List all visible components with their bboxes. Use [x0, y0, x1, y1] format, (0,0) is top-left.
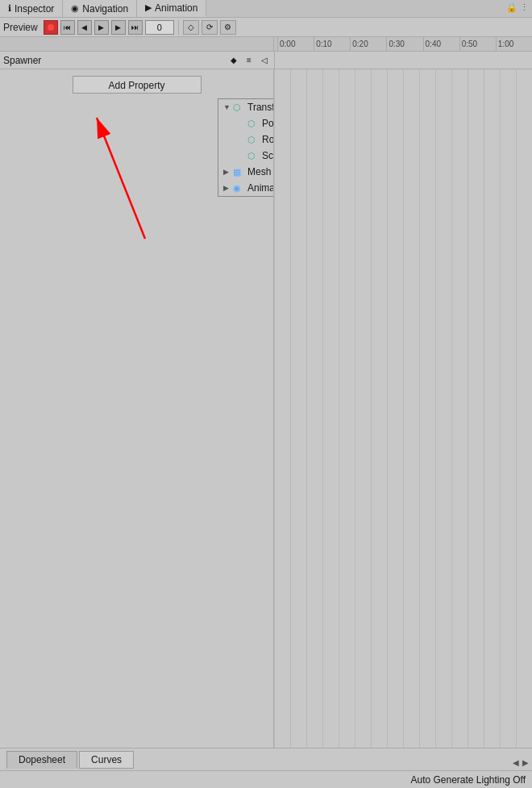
- play-button[interactable]: ▶: [94, 20, 109, 35]
- scroll-arrows[interactable]: ◀ ▶: [513, 758, 529, 767]
- ruler-tick-6: 1:00: [496, 37, 532, 51]
- spawner-icon-menu[interactable]: ≡: [243, 54, 256, 67]
- transform-arrow-icon: ▼: [223, 103, 233, 111]
- spawner-icon-diamond[interactable]: ◆: [227, 54, 240, 67]
- diamond-icon: ◇: [188, 23, 194, 31]
- timeline-col-9: [419, 69, 435, 748]
- tab-bar: ℹ Inspector ◉ Navigation ▶ Animation 🔒 ⋮: [0, 0, 532, 18]
- timeline-col-10: [435, 69, 451, 748]
- add-property-button[interactable]: Add Property: [73, 76, 202, 94]
- tree-item-position[interactable]: ⬡ Position +: [218, 115, 274, 131]
- timeline-col-1: [290, 69, 306, 748]
- lock-icon: 🔒: [506, 2, 517, 13]
- rotation-icon: ⬡: [247, 135, 260, 145]
- tab-animation[interactable]: ▶ Animation: [137, 0, 206, 17]
- timeline-grid: [274, 69, 532, 748]
- tree-item-scale[interactable]: ⬡ Scale +: [218, 148, 274, 164]
- next-frame-button[interactable]: ▶: [111, 20, 126, 35]
- spawner-bar: Spawner ◆ ≡ ◁: [0, 52, 274, 69]
- property-tree-panel: ▼ ⬡ Transform ⬡ Position + ⬡ Rotation +: [218, 98, 274, 197]
- tab-curves[interactable]: Curves: [79, 751, 134, 769]
- timeline-col-6: [371, 69, 387, 748]
- rotation-label: Rotation: [262, 134, 274, 145]
- timeline-col-3: [322, 69, 339, 748]
- timeline-col-0: [274, 69, 290, 748]
- timeline-col-15: [516, 69, 532, 748]
- record-button[interactable]: [44, 20, 58, 35]
- preview-label: Preview: [3, 22, 38, 33]
- ruler-tick-5: 0:50: [459, 37, 496, 51]
- inspector-icon: ℹ: [8, 3, 11, 14]
- divider: [178, 20, 179, 35]
- curves-icon: ⟳: [206, 23, 213, 31]
- tab-navigation[interactable]: ◉ Navigation: [63, 0, 137, 17]
- tree-item-transform[interactable]: ▼ ⬡ Transform: [218, 99, 274, 115]
- timeline-col-7: [387, 69, 403, 748]
- timeline-col-2: [306, 69, 322, 748]
- left-panel: Add Property ▼ ⬡ Transform ⬡ Position: [0, 69, 274, 748]
- tree-item-rotation[interactable]: ⬡ Rotation +: [218, 131, 274, 148]
- main-area: Add Property ▼ ⬡ Transform ⬡ Position: [0, 69, 532, 748]
- play-icon: ▶: [98, 23, 104, 31]
- timeline-col-8: [403, 69, 419, 748]
- go-to-end-button[interactable]: ⏭: [128, 20, 143, 35]
- animation-tree-arrow-icon: ▶: [223, 184, 233, 192]
- curves-button[interactable]: ⟳: [202, 20, 218, 35]
- mesh-renderer-label: Mesh Renderer: [247, 166, 274, 177]
- ruler-ticks: 0:00 0:10 0:20 0:30 0:40 0:50 1:00: [274, 37, 532, 51]
- prev-frame-button[interactable]: ◀: [77, 20, 92, 35]
- animation-tree-label: Animation: [247, 182, 274, 194]
- ruler-bar: 0:00 0:10 0:20 0:30 0:40 0:50 1:00: [0, 37, 532, 52]
- position-icon: ⬡: [247, 119, 260, 129]
- begin-icon: ⏮: [64, 23, 71, 31]
- status-text: Auto Generate Lighting Off: [410, 774, 526, 786]
- status-bar: Auto Generate Lighting Off: [0, 770, 532, 788]
- timeline-col-4: [339, 69, 355, 748]
- tree-item-animation[interactable]: ▶ ◉ Animation: [218, 180, 274, 196]
- tab-inspector-label: Inspector: [15, 3, 54, 15]
- mesh-renderer-arrow-icon: ▶: [223, 168, 233, 176]
- spawner-icon-arrow[interactable]: ◁: [258, 54, 271, 67]
- animation-icon: ▶: [145, 2, 152, 13]
- transform-label: Transform: [247, 102, 274, 113]
- record-dot-icon: [48, 24, 54, 31]
- time-input[interactable]: [145, 20, 174, 35]
- right-panel: [274, 69, 532, 748]
- ruler-tick-3: 0:30: [386, 37, 422, 51]
- prev-icon: ◀: [81, 23, 87, 31]
- tree-item-mesh-renderer[interactable]: ▶ ▦ Mesh Renderer: [218, 164, 274, 180]
- scroll-right-icon[interactable]: ▶: [522, 758, 529, 767]
- position-label: Position: [262, 118, 274, 129]
- timeline-col-11: [451, 69, 468, 748]
- red-arrow-annotation: [64, 94, 177, 255]
- bottom-bar: Dopesheet Curves ◀ ▶: [0, 748, 532, 770]
- keyframe-diamond-button[interactable]: ◇: [183, 20, 199, 35]
- navigation-icon: ◉: [71, 3, 79, 14]
- tab-navigation-label: Navigation: [82, 3, 128, 15]
- scale-label: Scale: [262, 150, 274, 161]
- end-icon: ⏭: [131, 23, 139, 31]
- next-icon: ▶: [115, 23, 121, 31]
- svg-line-1: [97, 118, 145, 239]
- timeline-col-5: [355, 69, 371, 748]
- ruler-tick-1: 0:10: [314, 37, 350, 51]
- go-to-begin-button[interactable]: ⏮: [60, 20, 75, 35]
- bottom-tabs: Dopesheet Curves: [6, 751, 134, 769]
- tab-inspector[interactable]: ℹ Inspector: [0, 0, 63, 17]
- timeline-col-12: [468, 69, 484, 748]
- tab-animation-label: Animation: [155, 2, 197, 14]
- scroll-left-icon[interactable]: ◀: [513, 758, 519, 767]
- ruler-tick-4: 0:40: [423, 37, 459, 51]
- settings-icon: ⚙: [224, 23, 231, 31]
- ruler-tick-0: 0:00: [277, 37, 314, 51]
- spawner-right-spacer: [274, 52, 532, 69]
- timeline-col-14: [500, 69, 516, 748]
- spawner-label: Spawner: [3, 55, 227, 66]
- controls-bar: Preview ⏮ ◀ ▶ ▶ ⏭ ◇ ⟳ ⚙: [0, 18, 532, 37]
- animation-tree-icon: ◉: [233, 183, 246, 194]
- tab-dopesheet[interactable]: Dopesheet: [6, 751, 77, 769]
- settings-button[interactable]: ⚙: [220, 20, 236, 35]
- mesh-renderer-icon: ▦: [233, 167, 246, 177]
- more-options-icon: ⋮: [520, 2, 529, 13]
- timeline-vlines: [274, 69, 532, 748]
